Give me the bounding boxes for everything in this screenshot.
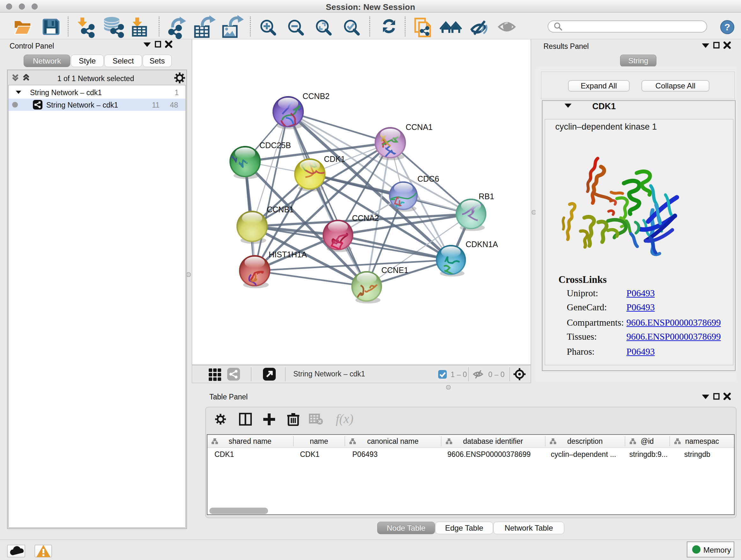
svg-text:RB1: RB1 bbox=[479, 192, 494, 201]
svg-text:CDKN1A: CDKN1A bbox=[466, 240, 498, 249]
svg-text:HIST1H1A: HIST1H1A bbox=[269, 250, 307, 259]
svg-text:CCNB2: CCNB2 bbox=[302, 91, 330, 101]
svg-text:CDK1: CDK1 bbox=[324, 154, 345, 164]
svg-text:CDC25B: CDC25B bbox=[259, 141, 291, 150]
svg-text:?: ? bbox=[724, 22, 730, 32]
svg-text:CCNE1: CCNE1 bbox=[381, 266, 408, 274]
svg-text:CCNB1: CCNB1 bbox=[267, 205, 294, 214]
svg-text:CCNA2: CCNA2 bbox=[352, 213, 379, 223]
svg-text:CDC6: CDC6 bbox=[417, 174, 439, 183]
svg-text:CCNA1: CCNA1 bbox=[406, 123, 433, 132]
